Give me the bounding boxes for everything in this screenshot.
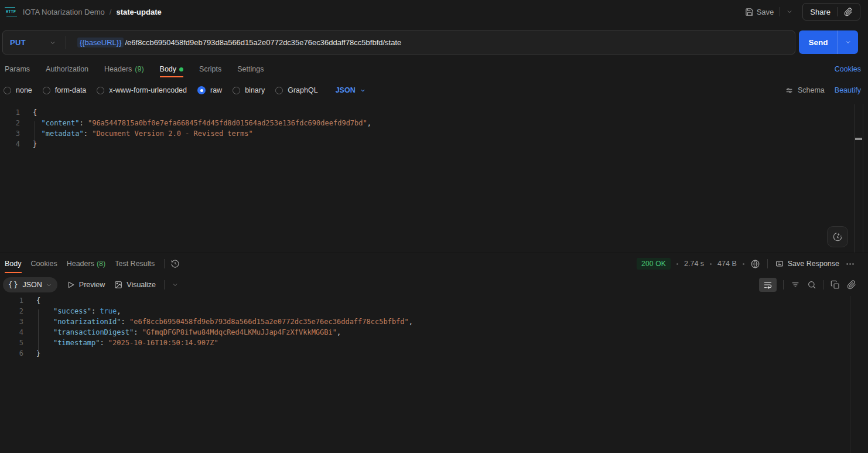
response-body-editor[interactable]: 1{2 "success": true,3 "notarizationId": … <box>0 295 868 359</box>
language-chevron-icon <box>360 87 366 94</box>
line-number: 4 <box>0 139 20 149</box>
response-meta: 200 OK 2.74 s 474 B Save Response <box>637 258 855 270</box>
copy-button[interactable] <box>830 278 840 292</box>
copy-link-icon[interactable] <box>844 8 853 16</box>
code-line: 4} <box>0 139 854 149</box>
code-line: 5 "timestamp": "2025-10-16T10:50:14.907Z… <box>0 338 868 348</box>
search-button[interactable] <box>807 278 816 292</box>
preview-button[interactable]: Preview <box>67 281 105 289</box>
response-history-icon[interactable] <box>170 259 180 268</box>
divider <box>783 280 784 289</box>
breadcrumb-request-name: state-update <box>116 8 161 16</box>
radio-raw[interactable]: raw <box>197 86 222 94</box>
copy-icon <box>831 280 840 289</box>
line-number: 1 <box>0 107 20 118</box>
url-variable-chip[interactable]: {{baseURL}} <box>77 38 124 47</box>
code-line: 3 "metadata": "Document Version 2.0 - Re… <box>0 128 854 139</box>
tab-authorization[interactable]: Authorization <box>46 61 88 77</box>
radio-none[interactable]: none <box>4 86 32 94</box>
tab-settings[interactable]: Settings <box>237 61 264 77</box>
response-tab-body[interactable]: Body <box>5 254 22 273</box>
scrollbar-thumb[interactable] <box>855 138 862 140</box>
line-number: 2 <box>0 306 23 316</box>
modified-dot <box>179 67 183 71</box>
filter-icon <box>791 280 800 289</box>
line-number: 1 <box>0 295 23 306</box>
divider <box>780 7 780 16</box>
visualize-label: Visualize <box>127 281 156 289</box>
code-line: 1{ <box>0 295 868 306</box>
dot-separator <box>743 263 744 265</box>
url-input[interactable]: {{baseURL}} /e6f8ccb6950458fd9eb793d8a56… <box>77 38 401 47</box>
network-globe-icon[interactable] <box>750 259 760 269</box>
search-icon <box>807 280 816 289</box>
radio-graphql[interactable]: GraphQL <box>275 86 317 94</box>
method-select[interactable]: PUT <box>3 38 26 47</box>
save-button[interactable]: Save <box>745 8 774 16</box>
radio-form-data[interactable]: form-data <box>43 86 87 94</box>
tab-body[interactable]: Body <box>160 61 184 77</box>
toolbar-chevron-icon[interactable] <box>172 281 179 288</box>
schema-icon <box>785 87 794 94</box>
radio-x-www-form-urlencoded[interactable]: x-www-form-urlencoded <box>97 86 187 94</box>
breadcrumb-collection[interactable]: IOTA Notarization Demo <box>23 8 105 16</box>
line-number: 6 <box>0 348 23 359</box>
tab-params[interactable]: Params <box>5 61 30 77</box>
schema-button[interactable]: Schema <box>785 86 825 94</box>
language-label: JSON <box>336 86 356 94</box>
divider <box>164 259 165 268</box>
breadcrumb: HTTP IOTA Notarization Demo / state-upda… <box>5 6 162 17</box>
cookies-link[interactable]: Cookies <box>835 65 861 73</box>
visualize-button[interactable]: Visualize <box>114 281 156 289</box>
share-button[interactable]: Share <box>810 8 831 16</box>
response-time[interactable]: 2.74 s <box>684 260 704 268</box>
link-icon <box>847 280 856 289</box>
filter-button[interactable] <box>790 278 800 292</box>
link-button[interactable] <box>846 278 856 292</box>
divider <box>66 36 66 49</box>
send-options-chevron-icon[interactable] <box>838 39 858 46</box>
method-chevron-icon[interactable] <box>49 39 56 46</box>
radio-circle <box>97 87 104 94</box>
line-number: 3 <box>0 316 23 327</box>
language-select[interactable]: JSON <box>336 86 366 94</box>
send-label: Send <box>799 38 838 47</box>
preview-label: Preview <box>79 281 105 289</box>
beautify-button[interactable]: Beautify <box>835 86 861 94</box>
radio-circle <box>43 87 50 94</box>
tab-scripts[interactable]: Scripts <box>199 61 221 77</box>
url-path: /e6f8ccb6950458fd9eb793d8a566d15a2e0772d… <box>125 38 401 47</box>
line-number: 2 <box>0 118 20 128</box>
wrap-text-button[interactable] <box>759 278 777 292</box>
radio-binary[interactable]: binary <box>233 86 265 94</box>
response-size[interactable]: 474 B <box>717 260 737 268</box>
send-button[interactable]: Send <box>799 30 858 54</box>
save-response-button[interactable]: Save Response <box>775 260 839 268</box>
response-format-select[interactable]: {} JSON <box>3 277 57 292</box>
tab-headers[interactable]: Headers(9) <box>104 61 144 77</box>
postbot-button[interactable] <box>827 226 848 247</box>
request-body-editor[interactable]: 1{2 "content": "96a5447815a0bf0e7efa6684… <box>0 107 854 254</box>
header-actions: Save Share <box>745 3 860 21</box>
save-options-chevron-icon[interactable] <box>786 8 793 15</box>
response-tab-cookies[interactable]: Cookies <box>31 254 57 273</box>
code-line: 1{ <box>0 107 854 118</box>
code-line: 6} <box>0 348 868 359</box>
indent-guide <box>35 121 35 142</box>
divider <box>164 280 165 289</box>
preview-play-icon <box>67 281 75 289</box>
save-response-icon <box>775 260 784 268</box>
status-badge[interactable]: 200 OK <box>637 258 671 270</box>
more-options-icon[interactable] <box>845 259 855 269</box>
braces-icon: {} <box>8 281 19 289</box>
response-tab-test-results[interactable]: Test Results <box>115 254 155 273</box>
share-group: Share <box>802 3 860 21</box>
editor-scrollbar[interactable] <box>854 104 863 253</box>
response-actions <box>759 278 856 292</box>
visualize-image-icon <box>114 281 122 289</box>
response-tab-headers[interactable]: Headers(8) <box>67 254 106 273</box>
divider <box>837 7 838 16</box>
url-bar: PUT {{baseURL}} /e6f8ccb6950458fd9eb793d… <box>2 30 795 55</box>
format-chevron-icon <box>46 282 52 288</box>
wrap-text-icon <box>763 280 773 289</box>
